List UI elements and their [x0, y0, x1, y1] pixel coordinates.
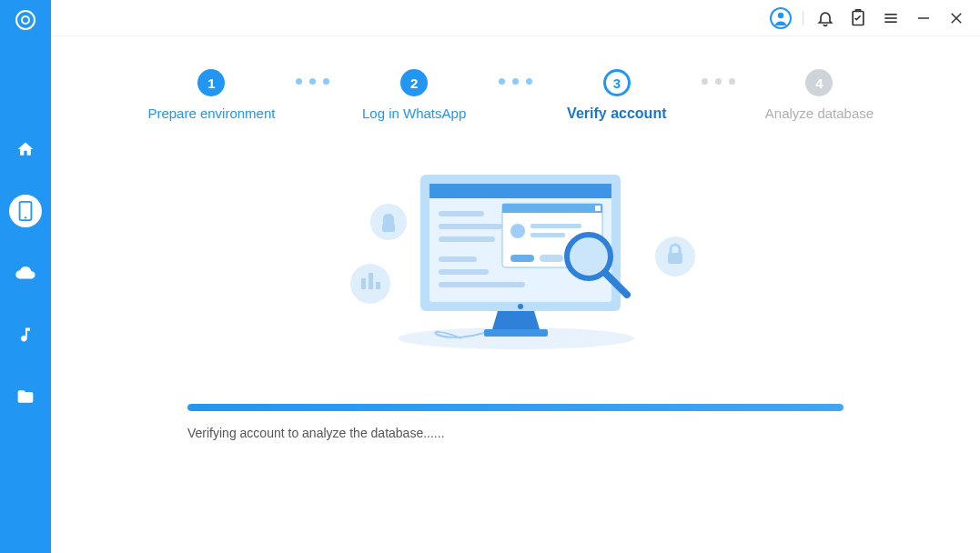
- step-dots: [296, 69, 329, 85]
- svg-rect-17: [439, 211, 484, 216]
- svg-point-0: [16, 11, 35, 29]
- svg-rect-30: [540, 255, 563, 262]
- svg-rect-29: [510, 255, 534, 262]
- svg-rect-38: [361, 278, 366, 289]
- svg-rect-20: [439, 256, 477, 262]
- close-icon[interactable]: [945, 7, 967, 29]
- step-4: 4 Analyze database: [746, 69, 892, 121]
- step-2-number: 2: [400, 69, 428, 96]
- step-indicator: 1 Prepare environment 2 Log in WhatsApp …: [78, 69, 953, 122]
- step-2: 2 Log in WhatsApp: [341, 69, 487, 121]
- minimize-icon[interactable]: [913, 7, 935, 29]
- step-2-label: Log in WhatsApp: [362, 106, 466, 121]
- separator: [803, 11, 803, 25]
- svg-rect-18: [439, 224, 502, 229]
- svg-point-1: [22, 16, 29, 24]
- svg-point-26: [510, 224, 525, 238]
- titlebar: [51, 0, 980, 36]
- svg-rect-21: [439, 269, 489, 275]
- svg-rect-42: [668, 253, 682, 264]
- account-icon[interactable]: [770, 7, 792, 29]
- svg-rect-24: [502, 204, 602, 213]
- bell-icon[interactable]: [814, 7, 836, 29]
- illustration: [78, 166, 953, 366]
- step-3: 3 Verify account: [544, 69, 690, 122]
- svg-rect-22: [439, 282, 525, 287]
- task-icon[interactable]: [847, 7, 869, 29]
- svg-rect-36: [382, 224, 395, 232]
- sidebar-music[interactable]: [9, 318, 42, 351]
- step-3-number: 3: [603, 69, 631, 96]
- svg-rect-19: [439, 236, 495, 242]
- step-dots: [499, 69, 532, 85]
- progress-section: Verifying account to analyze the databas…: [78, 404, 953, 440]
- menu-icon[interactable]: [880, 7, 902, 29]
- svg-rect-25: [595, 206, 601, 211]
- svg-rect-28: [530, 233, 565, 237]
- sidebar-home[interactable]: [9, 133, 42, 166]
- step-1: 1 Prepare environment: [138, 69, 284, 121]
- svg-point-5: [778, 12, 783, 17]
- svg-rect-27: [530, 224, 581, 228]
- progress-text: Verifying account to analyze the databas…: [187, 426, 844, 440]
- svg-point-34: [518, 304, 523, 309]
- sidebar-cloud[interactable]: [9, 256, 42, 289]
- content: 1 Prepare environment 2 Log in WhatsApp …: [51, 36, 980, 553]
- sidebar: [0, 0, 51, 553]
- svg-rect-39: [369, 273, 373, 289]
- svg-rect-16: [429, 184, 611, 198]
- step-3-label: Verify account: [567, 106, 666, 122]
- progress-fill: [187, 404, 844, 411]
- main-area: 1 Prepare environment 2 Log in WhatsApp …: [51, 0, 980, 553]
- svg-point-3: [25, 216, 26, 218]
- step-1-label: Prepare environment: [147, 106, 275, 121]
- step-4-number: 4: [805, 69, 833, 96]
- sidebar-folder[interactable]: [9, 380, 42, 413]
- step-dots: [702, 69, 735, 85]
- progress-bar: [187, 404, 844, 411]
- svg-rect-33: [484, 329, 548, 337]
- sidebar-device[interactable]: [9, 195, 42, 227]
- svg-rect-40: [376, 282, 380, 289]
- step-4-label: Analyze database: [765, 106, 874, 121]
- app-logo: [13, 7, 38, 33]
- step-1-number: 1: [197, 69, 225, 96]
